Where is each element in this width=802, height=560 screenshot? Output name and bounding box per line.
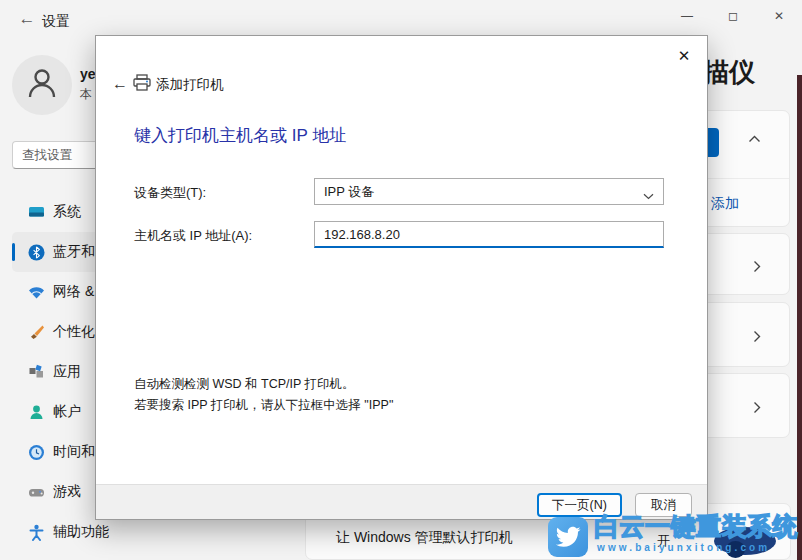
window-controls: — ◻ ✕ bbox=[664, 0, 802, 32]
sidebar-item-system[interactable]: 系统 bbox=[0, 192, 110, 232]
maximize-button[interactable]: ◻ bbox=[710, 0, 756, 32]
add-printer-dialog: ✕ ← 添加打印机 键入打印机主机名或 IP 地址 设备类型(T): IPP 设… bbox=[95, 35, 708, 520]
screen-edge-strip bbox=[797, 75, 802, 560]
wifi-icon bbox=[28, 284, 45, 301]
apps-icon bbox=[28, 364, 45, 381]
sidebar-item-accounts[interactable]: 帐户 bbox=[0, 392, 110, 432]
sidebar-item-label: 辅助功能 bbox=[53, 523, 109, 541]
sidebar-item-label: 游戏 bbox=[53, 483, 81, 501]
user-account-type: 本 bbox=[80, 86, 92, 103]
device-type-label: 设备类型(T): bbox=[134, 184, 206, 202]
hostname-input[interactable] bbox=[314, 221, 664, 248]
sidebar-item-label: 帐户 bbox=[53, 403, 81, 421]
sidebar-item-apps[interactable]: 应用 bbox=[0, 352, 110, 392]
bluetooth-icon bbox=[28, 244, 45, 261]
sidebar-item-accessibility[interactable]: 辅助功能 bbox=[0, 512, 110, 552]
dialog-title: 添加打印机 bbox=[156, 76, 224, 94]
sidebar-item-label: 个性化 bbox=[53, 323, 95, 341]
device-type-select[interactable]: IPP 设备 bbox=[314, 178, 664, 205]
close-button[interactable]: ✕ bbox=[756, 0, 802, 32]
clock-icon bbox=[28, 444, 45, 461]
chevron-right-icon bbox=[753, 401, 761, 414]
sidebar-item-time[interactable]: 时间和 bbox=[0, 432, 110, 472]
watermark-brand: 白云一键重装系统 bbox=[594, 510, 798, 543]
hostname-label: 主机名或 IP 地址(A): bbox=[134, 227, 252, 245]
hint-line-1: 自动检测检测 WSD 和 TCP/IP 打印机。 bbox=[134, 376, 355, 393]
bird-logo-icon bbox=[548, 517, 588, 557]
chevron-down-icon bbox=[634, 188, 654, 203]
sidebar-item-gaming[interactable]: 游戏 bbox=[0, 472, 110, 512]
default-printer-label: 让 Windows 管理默认打印机 bbox=[336, 529, 513, 547]
sidebar-item-label: 时间和 bbox=[53, 443, 95, 461]
user-name: ye bbox=[80, 66, 96, 82]
settings-back-button[interactable]: ← bbox=[14, 6, 40, 32]
chevron-right-icon bbox=[753, 330, 761, 343]
sidebar-item-label: 应用 bbox=[53, 363, 81, 381]
accounts-icon bbox=[28, 404, 45, 421]
minimize-button[interactable]: — bbox=[664, 0, 710, 32]
accessibility-icon bbox=[28, 524, 45, 541]
add-manually-link[interactable]: 添加 bbox=[711, 195, 739, 213]
sidebar-item-label: 蓝牙和 bbox=[53, 243, 95, 261]
sidebar-item-label: 系统 bbox=[53, 203, 81, 221]
search-placeholder: 查找设置 bbox=[13, 147, 72, 164]
screen: ← 设置 — ◻ ✕ ye 本 查找设置 系统 蓝牙和 bbox=[0, 0, 802, 560]
paintbrush-icon bbox=[28, 324, 45, 341]
user-avatar[interactable] bbox=[12, 55, 72, 115]
person-icon bbox=[23, 64, 61, 106]
dialog-back-button[interactable]: ← bbox=[108, 72, 132, 96]
page-title: 描仪 bbox=[703, 55, 755, 90]
sidebar-item-network[interactable]: 网络 & bbox=[0, 272, 110, 312]
sidebar-item-personalization[interactable]: 个性化 bbox=[0, 312, 110, 352]
wizard-heading: 键入打印机主机名或 IP 地址 bbox=[134, 124, 346, 147]
watermark: 白云一键重装系统 www.baiyunxitong.com bbox=[546, 508, 802, 560]
chevron-right-icon bbox=[753, 260, 761, 273]
settings-sidebar: 系统 蓝牙和 网络 & 个性化 应用 bbox=[0, 192, 110, 552]
device-type-value: IPP 设备 bbox=[315, 183, 374, 201]
settings-window-title: 设置 bbox=[42, 13, 70, 31]
selected-indicator bbox=[12, 243, 15, 261]
hint-line-2: 若要搜索 IPP 打印机，请从下拉框中选择 "IPP" bbox=[134, 397, 393, 414]
system-icon bbox=[28, 204, 45, 221]
collapse-chevron[interactable] bbox=[748, 135, 761, 143]
gamepad-icon bbox=[28, 484, 45, 501]
watermark-url: www.baiyunxitong.com bbox=[597, 542, 770, 553]
printer-icon bbox=[133, 74, 151, 95]
sidebar-item-label: 网络 & bbox=[53, 283, 94, 301]
dialog-close-button[interactable]: ✕ bbox=[669, 42, 699, 70]
